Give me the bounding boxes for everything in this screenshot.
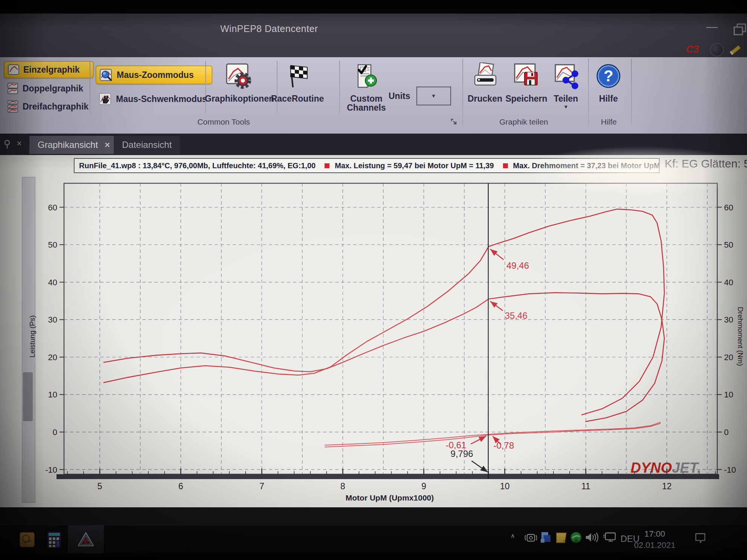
clock-date: 02.01.2021: [627, 540, 683, 551]
dyno-chart[interactable]: 60605050404030302020101000-10-1056789101…: [0, 175, 747, 507]
maximize-button[interactable]: [733, 23, 747, 38]
ribbon-group-divider: [631, 59, 632, 126]
taskbar-app-1[interactable]: [15, 525, 39, 553]
svg-text:60: 60: [48, 203, 57, 212]
graph-view: RunFile_41.wp8 : 13,84°C, 976,00Mb, Luft…: [0, 155, 747, 507]
custom-channels-icon: [352, 62, 381, 90]
tray-chevron-up-icon[interactable]: ∧: [511, 532, 515, 539]
maximize-icon: [733, 23, 747, 36]
svg-text:0: 0: [53, 428, 57, 437]
legend-square-icon: [503, 163, 508, 168]
triple-graph-icon: [7, 100, 19, 113]
chevron-down-icon: ▾: [432, 93, 435, 99]
button-einzelgraphik[interactable]: Einzelgraphik: [4, 61, 94, 78]
svg-text:8: 8: [340, 481, 345, 491]
group-label-graphik-teilen: Graphik teilen: [499, 117, 548, 126]
tray-network-icon[interactable]: [602, 531, 617, 545]
window-bottom-edge: [0, 507, 747, 525]
button-graphikoptionen[interactable]: Graphikoptionen: [207, 62, 271, 103]
x-axis-bar: [56, 474, 719, 479]
orange-app-icon: [19, 532, 35, 548]
single-graph-icon: [8, 64, 20, 76]
legend-square-icon: [325, 163, 329, 168]
svg-text:6: 6: [178, 481, 183, 491]
help-icon: ?: [595, 62, 622, 90]
ribbon-divider: [90, 61, 90, 114]
edit-pencil-icon[interactable]: [729, 43, 744, 58]
share-icon: [552, 62, 580, 90]
winpep-window: WinPEP8 Datencenter — C3: [0, 14, 747, 553]
svg-text:50: 50: [724, 240, 733, 250]
button-maus-zoommodus[interactable]: Maus-Zoommodus: [96, 65, 212, 84]
minimize-button[interactable]: —: [706, 20, 718, 33]
ribbon: Einzelgraphik Doppelgraphik: [0, 57, 747, 134]
graph-options-gear-icon: [225, 62, 254, 90]
tab-dateiansicht[interactable]: Dateiansicht: [114, 136, 180, 154]
ribbon-divider: [205, 61, 206, 114]
mouse-mode-label: Maus-Zoommodus: [117, 70, 194, 80]
graph-mode-label: Doppelgraphik: [23, 84, 83, 94]
svg-text:40: 40: [724, 278, 733, 287]
svg-text:20: 20: [724, 353, 733, 362]
graph-mode-label: Einzelgraphik: [23, 65, 80, 75]
annotation-label: 9,796: [451, 449, 473, 459]
svg-text:-10: -10: [45, 465, 57, 475]
zoom-mode-icon: [99, 68, 113, 82]
c3-badge-icon[interactable]: C3: [686, 44, 699, 55]
clock-time: 17:00: [627, 528, 683, 540]
pin-icon[interactable]: [3, 140, 11, 151]
max-torque-info: Max. Drehmoment = 37,23 bei Motor UpM = …: [513, 161, 660, 170]
clock[interactable]: 17:00 02.01.2021: [627, 528, 683, 551]
svg-text:50: 50: [48, 240, 57, 250]
group-label-hilfe: Hilfe: [601, 117, 617, 126]
save-floppy-icon: [512, 62, 541, 90]
tray-devices-icon[interactable]: [539, 531, 553, 546]
panel-close-icon[interactable]: ×: [17, 138, 22, 149]
group-label-common-tools: Common Tools: [197, 117, 250, 126]
tab-graphikansicht[interactable]: Graphikansicht ×: [29, 136, 118, 154]
dynojet-logo: DYNOJET.: [631, 460, 701, 476]
max-power-info: Max. Leistung = 59,47 bei Motor UpM = 11…: [335, 161, 494, 170]
x-axis-title: Motor UpM (Upmx1000): [346, 493, 434, 502]
button-doppelgraphik[interactable]: Doppelgraphik: [4, 81, 94, 96]
pan-hand-icon: [99, 92, 112, 106]
svg-text:0: 0: [724, 428, 729, 437]
units-dropdown[interactable]: ▾: [416, 87, 451, 105]
tab-close-icon[interactable]: ×: [105, 140, 110, 150]
taskbar: ∧: [0, 525, 747, 553]
button-raceroutine[interactable]: RaceRoutine: [265, 62, 329, 103]
y-axis-title-left: Leistung (Ps): [28, 315, 36, 358]
dialog-launcher-icon[interactable]: [450, 118, 458, 127]
svg-text:9: 9: [421, 481, 426, 491]
svg-text:30: 30: [48, 315, 57, 324]
button-dreifachgraphik[interactable]: Dreifachgraphik: [4, 99, 94, 114]
svg-text:10: 10: [500, 481, 510, 491]
notification-center-icon[interactable]: [694, 531, 707, 546]
round-badge-icon[interactable]: [710, 43, 724, 56]
annotation-label: 35,46: [505, 310, 527, 321]
tray-volume-icon[interactable]: [584, 531, 599, 545]
svg-text:10: 10: [724, 390, 733, 399]
button-hilfe[interactable]: ? Hilfe: [582, 62, 635, 103]
taskbar-app-winpep-active[interactable]: [68, 525, 104, 553]
tray-sticky-notes-icon[interactable]: [554, 531, 568, 546]
tray-green-app-icon[interactable]: [569, 531, 583, 546]
double-graph-icon: [7, 82, 19, 94]
svg-text:12: 12: [662, 481, 672, 491]
checkered-flag-icon: [283, 62, 312, 90]
run-info-bar: RunFile_41.wp8 : 13,84°C, 976,00Mb, Luft…: [74, 158, 660, 173]
button-maus-schwenkmodus[interactable]: Maus-Schwenkmodus: [96, 90, 212, 108]
tray-camera-icon[interactable]: [524, 531, 538, 546]
svg-text:?: ?: [604, 67, 613, 85]
run-file-info: RunFile_41.wp8 : 13,84°C, 976,00Mb, Luft…: [79, 161, 316, 170]
smoothing-factor-label: Kf: EG Glätten: 5: [665, 157, 747, 170]
mouse-mode-label: Maus-Schwenkmodus: [116, 94, 207, 104]
svg-text:11: 11: [581, 481, 590, 491]
svg-text:5: 5: [98, 481, 102, 491]
y-axis-title-right: Drehmoment (Nm): [736, 307, 744, 366]
svg-text:-10: -10: [724, 465, 736, 475]
svg-text:30: 30: [724, 315, 733, 324]
taskbar-app-calculator[interactable]: [42, 525, 66, 553]
svg-text:10: 10: [48, 390, 57, 399]
svg-text:7: 7: [259, 481, 264, 491]
